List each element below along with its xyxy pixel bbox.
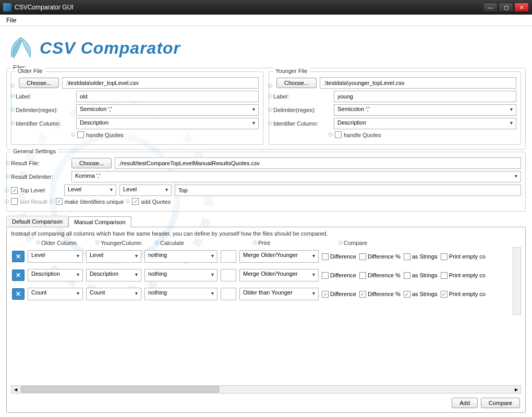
minimize-button[interactable]: —	[483, 3, 498, 12]
calc-combo[interactable]: nothing	[144, 288, 217, 300]
print-combo[interactable]: Merge Older/Younger	[239, 269, 319, 281]
str-check[interactable]: as Strings	[404, 253, 438, 260]
younger-col-combo[interactable]: Count	[86, 288, 141, 300]
print-combo[interactable]: Merge Older/Younger	[239, 250, 319, 263]
toplevel-checkbox[interactable]: ✓	[11, 187, 18, 194]
add-button[interactable]: Add	[452, 398, 478, 408]
addquotes-check[interactable]: ✓ add Quotes	[132, 198, 171, 205]
tab-default-comparison[interactable]: Default Comparison	[6, 216, 68, 227]
diff-check[interactable]: Difference	[322, 272, 356, 279]
older-legend: Older File	[16, 68, 45, 74]
younger-col-combo[interactable]: Description	[86, 269, 141, 281]
gh-calc: Calculate	[160, 240, 255, 246]
empty-check[interactable]: Print empty co	[441, 272, 486, 279]
sort-result-check[interactable]: sort Result	[11, 198, 47, 205]
diffp-check[interactable]: Difference %	[359, 253, 401, 260]
younger-idcol-combo[interactable]: Description	[334, 118, 516, 129]
horizontal-scrollbar[interactable]: ◀ ▶	[11, 385, 521, 394]
gh-compare: Compare	[344, 240, 367, 246]
compare-button[interactable]: Compare	[481, 398, 520, 408]
older-handle-quotes[interactable]: handle Quotes	[77, 131, 124, 138]
older-col-combo[interactable]: Level	[28, 250, 83, 263]
calc-combo[interactable]: nothing	[144, 269, 217, 281]
app-icon	[3, 3, 11, 11]
menu-file[interactable]: File	[2, 16, 20, 25]
younger-handle-quotes[interactable]: handle Quotes	[335, 131, 381, 138]
younger-delim-combo[interactable]: Semicolon ';'	[334, 104, 516, 116]
grid-row: ✕CountCountnothingOlder than Younger✓Dif…	[11, 285, 521, 303]
vertical-scrollbar[interactable]	[513, 247, 521, 315]
unique-check[interactable]: ✓ make Identifiers unique	[56, 198, 124, 205]
younger-col-combo[interactable]: Level	[86, 250, 141, 263]
younger-hq-checkbox[interactable]	[335, 131, 342, 138]
empty-check[interactable]: ✓Print empty co	[441, 291, 486, 298]
younger-label-lbl: Label:	[273, 93, 331, 100]
toplevel-combo2[interactable]: Level	[119, 185, 172, 196]
diffp-check[interactable]: ✓Difference %	[359, 291, 401, 298]
delete-row-button[interactable]: ✕	[12, 269, 25, 281]
calc-value-input[interactable]	[221, 288, 236, 300]
tabs-header: Default Comparison Manual Comparison	[6, 216, 526, 227]
hscroll-right-arrow[interactable]: ▶	[512, 386, 521, 393]
diffp-check[interactable]: Difference %	[359, 272, 401, 279]
general-fieldset: General Settings Result File: Choose... …	[6, 152, 526, 212]
delete-row-button[interactable]: ✕	[12, 288, 25, 300]
older-delim-combo[interactable]: Semicolon ';'	[76, 104, 259, 116]
manual-description: Instead of comparing all columns which h…	[11, 230, 521, 237]
older-idcol-combo[interactable]: Description	[76, 118, 259, 129]
result-delim-combo[interactable]: Komma ','	[71, 171, 521, 182]
addquotes-checkbox[interactable]: ✓	[132, 198, 139, 205]
gh-print: Print	[258, 240, 341, 246]
empty-check[interactable]: Print empty co	[441, 253, 486, 260]
result-file-lbl: Result File:	[11, 160, 68, 166]
older-delim-lbl: Delimiter(regex):	[16, 107, 73, 113]
str-check[interactable]: as Strings	[404, 272, 438, 279]
toplevel-combo1[interactable]: Level	[64, 185, 116, 196]
grid-row: ✕DescriptionDescriptionnothingMerge Olde…	[11, 266, 521, 285]
grid-body: ✕LevelLevelnothingMerge Older/YoungerDif…	[11, 247, 521, 383]
hscroll-thumb[interactable]	[21, 386, 219, 393]
grid-header: Older Column YoungerColumn Calculate Pri…	[11, 239, 521, 247]
younger-choose-button[interactable]: Choose...	[276, 78, 317, 88]
toplevel-text-input[interactable]	[175, 185, 521, 196]
window-title: CSVComparator GUI	[15, 4, 483, 11]
older-col-combo[interactable]: Description	[28, 269, 83, 281]
result-choose-button[interactable]: Choose...	[71, 158, 112, 168]
older-label-input[interactable]	[76, 91, 259, 102]
print-combo[interactable]: Older than Younger	[239, 288, 319, 300]
calc-combo[interactable]: nothing	[144, 250, 217, 263]
older-path-input[interactable]	[62, 77, 259, 89]
younger-path-input[interactable]	[320, 77, 516, 89]
older-idcol-lbl: Identifier Column:	[16, 120, 73, 127]
diff-check[interactable]: ✓Difference	[322, 291, 356, 298]
younger-label-input[interactable]	[334, 91, 516, 102]
menubar: File	[0, 15, 532, 26]
str-check[interactable]: ✓as Strings	[404, 291, 438, 298]
gh-younger: YoungerColumn	[101, 240, 159, 246]
maximize-button[interactable]: ▢	[499, 3, 513, 12]
result-path-input[interactable]	[115, 157, 521, 169]
older-choose-button[interactable]: Choose...	[19, 78, 59, 88]
tab-body: Instead of comparing all columns which h…	[6, 227, 526, 413]
older-label-lbl: Label:	[16, 93, 73, 100]
older-col-combo[interactable]: Count	[28, 288, 83, 300]
logo-icon	[6, 33, 35, 63]
older-file-panel: Older File Choose... Label: Delimiter(re…	[11, 71, 263, 145]
calc-value-input[interactable]	[221, 250, 236, 263]
titlebar: CSVComparator GUI — ▢ ✕	[0, 0, 532, 15]
younger-legend: Younger File	[273, 68, 309, 74]
older-hq-checkbox[interactable]	[77, 131, 84, 138]
grid-row: ✕LevelLevelnothingMerge Older/YoungerDif…	[11, 247, 521, 266]
gh-older: Older Column	[41, 240, 100, 246]
tab-manual-comparison[interactable]: Manual Comparison	[68, 216, 131, 227]
delete-row-button[interactable]: ✕	[12, 251, 25, 262]
younger-delim-lbl: Delimiter(regex):	[273, 107, 331, 113]
unique-checkbox[interactable]: ✓	[56, 198, 63, 205]
younger-file-panel: Younger File Choose... Label: Delimiter(…	[269, 71, 521, 145]
toplevel-check-label[interactable]: ✓ Top Level:	[11, 187, 61, 194]
close-button[interactable]: ✕	[514, 3, 529, 12]
diff-check[interactable]: Difference	[322, 253, 356, 260]
calc-value-input[interactable]	[221, 269, 236, 281]
hscroll-left-arrow[interactable]: ◀	[11, 386, 20, 393]
sort-checkbox[interactable]	[11, 198, 18, 205]
